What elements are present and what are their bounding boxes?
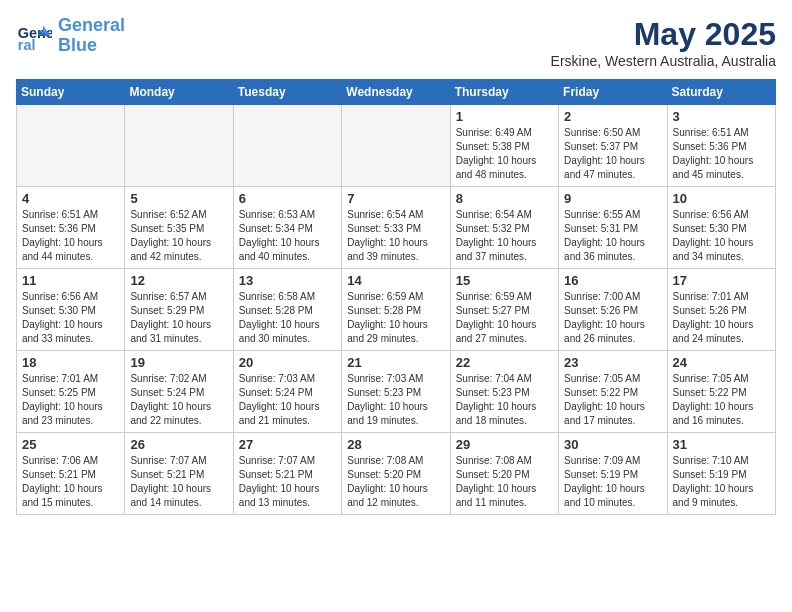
logo: Gene ral GeneralBlue	[16, 16, 125, 56]
day-header-saturday: Saturday	[667, 80, 775, 105]
day-header-sunday: Sunday	[17, 80, 125, 105]
calendar-cell: 2Sunrise: 6:50 AMSunset: 5:37 PMDaylight…	[559, 105, 667, 187]
calendar-cell	[125, 105, 233, 187]
day-number: 11	[22, 273, 119, 288]
day-info: Sunrise: 7:01 AMSunset: 5:26 PMDaylight:…	[673, 290, 770, 346]
day-number: 7	[347, 191, 444, 206]
logo-icon: Gene ral	[16, 18, 52, 54]
day-number: 13	[239, 273, 336, 288]
calendar-cell: 13Sunrise: 6:58 AMSunset: 5:28 PMDayligh…	[233, 269, 341, 351]
calendar-week-row: 18Sunrise: 7:01 AMSunset: 5:25 PMDayligh…	[17, 351, 776, 433]
day-info: Sunrise: 7:02 AMSunset: 5:24 PMDaylight:…	[130, 372, 227, 428]
day-info: Sunrise: 6:56 AMSunset: 5:30 PMDaylight:…	[673, 208, 770, 264]
day-info: Sunrise: 6:54 AMSunset: 5:33 PMDaylight:…	[347, 208, 444, 264]
day-info: Sunrise: 6:55 AMSunset: 5:31 PMDaylight:…	[564, 208, 661, 264]
day-number: 9	[564, 191, 661, 206]
day-info: Sunrise: 6:54 AMSunset: 5:32 PMDaylight:…	[456, 208, 553, 264]
calendar-week-row: 25Sunrise: 7:06 AMSunset: 5:21 PMDayligh…	[17, 433, 776, 515]
day-number: 17	[673, 273, 770, 288]
calendar-cell	[342, 105, 450, 187]
calendar-cell: 15Sunrise: 6:59 AMSunset: 5:27 PMDayligh…	[450, 269, 558, 351]
day-number: 21	[347, 355, 444, 370]
calendar-cell: 23Sunrise: 7:05 AMSunset: 5:22 PMDayligh…	[559, 351, 667, 433]
day-number: 27	[239, 437, 336, 452]
calendar-cell: 18Sunrise: 7:01 AMSunset: 5:25 PMDayligh…	[17, 351, 125, 433]
day-info: Sunrise: 7:01 AMSunset: 5:25 PMDaylight:…	[22, 372, 119, 428]
day-number: 31	[673, 437, 770, 452]
day-info: Sunrise: 7:05 AMSunset: 5:22 PMDaylight:…	[564, 372, 661, 428]
calendar-cell: 1Sunrise: 6:49 AMSunset: 5:38 PMDaylight…	[450, 105, 558, 187]
day-info: Sunrise: 6:49 AMSunset: 5:38 PMDaylight:…	[456, 126, 553, 182]
calendar-cell: 20Sunrise: 7:03 AMSunset: 5:24 PMDayligh…	[233, 351, 341, 433]
day-info: Sunrise: 7:09 AMSunset: 5:19 PMDaylight:…	[564, 454, 661, 510]
day-number: 1	[456, 109, 553, 124]
day-number: 3	[673, 109, 770, 124]
calendar-header-row: SundayMondayTuesdayWednesdayThursdayFrid…	[17, 80, 776, 105]
calendar-cell: 5Sunrise: 6:52 AMSunset: 5:35 PMDaylight…	[125, 187, 233, 269]
day-info: Sunrise: 7:03 AMSunset: 5:24 PMDaylight:…	[239, 372, 336, 428]
calendar-cell: 19Sunrise: 7:02 AMSunset: 5:24 PMDayligh…	[125, 351, 233, 433]
page-header: Gene ral GeneralBlue May 2025 Erskine, W…	[16, 16, 776, 69]
day-info: Sunrise: 7:04 AMSunset: 5:23 PMDaylight:…	[456, 372, 553, 428]
day-header-thursday: Thursday	[450, 80, 558, 105]
day-info: Sunrise: 7:05 AMSunset: 5:22 PMDaylight:…	[673, 372, 770, 428]
day-number: 24	[673, 355, 770, 370]
day-number: 10	[673, 191, 770, 206]
day-number: 12	[130, 273, 227, 288]
calendar-cell: 27Sunrise: 7:07 AMSunset: 5:21 PMDayligh…	[233, 433, 341, 515]
day-number: 8	[456, 191, 553, 206]
day-header-wednesday: Wednesday	[342, 80, 450, 105]
day-number: 30	[564, 437, 661, 452]
day-info: Sunrise: 6:58 AMSunset: 5:28 PMDaylight:…	[239, 290, 336, 346]
logo-text: GeneralBlue	[58, 16, 125, 56]
day-number: 29	[456, 437, 553, 452]
day-header-friday: Friday	[559, 80, 667, 105]
day-info: Sunrise: 6:53 AMSunset: 5:34 PMDaylight:…	[239, 208, 336, 264]
calendar-cell: 31Sunrise: 7:10 AMSunset: 5:19 PMDayligh…	[667, 433, 775, 515]
day-number: 5	[130, 191, 227, 206]
day-info: Sunrise: 7:00 AMSunset: 5:26 PMDaylight:…	[564, 290, 661, 346]
calendar-cell	[233, 105, 341, 187]
day-number: 18	[22, 355, 119, 370]
calendar-cell: 17Sunrise: 7:01 AMSunset: 5:26 PMDayligh…	[667, 269, 775, 351]
calendar-cell: 9Sunrise: 6:55 AMSunset: 5:31 PMDaylight…	[559, 187, 667, 269]
calendar-cell: 29Sunrise: 7:08 AMSunset: 5:20 PMDayligh…	[450, 433, 558, 515]
day-number: 16	[564, 273, 661, 288]
calendar-table: SundayMondayTuesdayWednesdayThursdayFrid…	[16, 79, 776, 515]
day-number: 20	[239, 355, 336, 370]
day-number: 14	[347, 273, 444, 288]
day-header-monday: Monday	[125, 80, 233, 105]
day-number: 28	[347, 437, 444, 452]
calendar-cell: 24Sunrise: 7:05 AMSunset: 5:22 PMDayligh…	[667, 351, 775, 433]
calendar-cell: 6Sunrise: 6:53 AMSunset: 5:34 PMDaylight…	[233, 187, 341, 269]
day-number: 2	[564, 109, 661, 124]
day-info: Sunrise: 7:07 AMSunset: 5:21 PMDaylight:…	[239, 454, 336, 510]
calendar-cell: 22Sunrise: 7:04 AMSunset: 5:23 PMDayligh…	[450, 351, 558, 433]
day-info: Sunrise: 7:08 AMSunset: 5:20 PMDaylight:…	[456, 454, 553, 510]
day-info: Sunrise: 7:10 AMSunset: 5:19 PMDaylight:…	[673, 454, 770, 510]
calendar-cell: 14Sunrise: 6:59 AMSunset: 5:28 PMDayligh…	[342, 269, 450, 351]
day-info: Sunrise: 6:51 AMSunset: 5:36 PMDaylight:…	[673, 126, 770, 182]
day-number: 6	[239, 191, 336, 206]
calendar-cell: 12Sunrise: 6:57 AMSunset: 5:29 PMDayligh…	[125, 269, 233, 351]
day-info: Sunrise: 6:59 AMSunset: 5:28 PMDaylight:…	[347, 290, 444, 346]
calendar-cell: 25Sunrise: 7:06 AMSunset: 5:21 PMDayligh…	[17, 433, 125, 515]
day-info: Sunrise: 7:03 AMSunset: 5:23 PMDaylight:…	[347, 372, 444, 428]
day-number: 26	[130, 437, 227, 452]
calendar-week-row: 1Sunrise: 6:49 AMSunset: 5:38 PMDaylight…	[17, 105, 776, 187]
day-info: Sunrise: 6:59 AMSunset: 5:27 PMDaylight:…	[456, 290, 553, 346]
svg-text:ral: ral	[18, 37, 36, 53]
calendar-cell: 4Sunrise: 6:51 AMSunset: 5:36 PMDaylight…	[17, 187, 125, 269]
calendar-week-row: 11Sunrise: 6:56 AMSunset: 5:30 PMDayligh…	[17, 269, 776, 351]
calendar-cell: 26Sunrise: 7:07 AMSunset: 5:21 PMDayligh…	[125, 433, 233, 515]
day-info: Sunrise: 6:57 AMSunset: 5:29 PMDaylight:…	[130, 290, 227, 346]
day-number: 22	[456, 355, 553, 370]
day-number: 19	[130, 355, 227, 370]
month-title: May 2025	[551, 16, 776, 53]
calendar-cell	[17, 105, 125, 187]
calendar-week-row: 4Sunrise: 6:51 AMSunset: 5:36 PMDaylight…	[17, 187, 776, 269]
calendar-cell: 28Sunrise: 7:08 AMSunset: 5:20 PMDayligh…	[342, 433, 450, 515]
day-number: 23	[564, 355, 661, 370]
calendar-cell: 21Sunrise: 7:03 AMSunset: 5:23 PMDayligh…	[342, 351, 450, 433]
day-number: 25	[22, 437, 119, 452]
